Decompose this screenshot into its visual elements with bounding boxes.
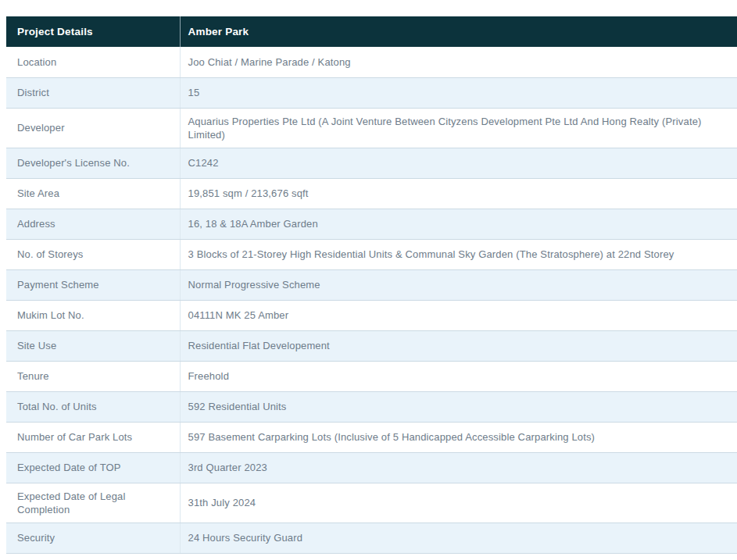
row-value: 24 Hours Security Guard	[180, 523, 737, 553]
row-value: Residential Flat Developement	[180, 330, 737, 361]
row-label: Expected Date of TOP	[6, 452, 180, 483]
row-value: Aquarius Properties Pte Ltd (A Joint Ven…	[180, 108, 737, 148]
row-value: Joo Chiat / Marine Parade / Katong	[180, 47, 737, 77]
row-value: 19,851 sqm / 213,676 sqft	[180, 178, 737, 209]
project-details-table-container: Project Details Amber Park LocationJoo C…	[6, 16, 737, 554]
table-row: Site UseResidential Flat Developement	[6, 330, 737, 361]
header-cell-project-details: Project Details	[6, 16, 180, 47]
table-row: Expected Date of TOP3rd Quarter 2023	[6, 452, 737, 483]
table-row: LocationJoo Chiat / Marine Parade / Kato…	[6, 47, 737, 77]
row-value: 15	[180, 77, 737, 108]
row-label: Developer's License No.	[6, 148, 180, 178]
table-row: Site Area19,851 sqm / 213,676 sqft	[6, 178, 737, 209]
table-row: Total No. of Units592 Residential Units	[6, 391, 737, 422]
row-value: 3 Blocks of 21-Storey High Residential U…	[180, 239, 737, 269]
row-label: Expected Date of Legal Completion	[6, 483, 180, 523]
row-label: Site Area	[6, 178, 180, 209]
row-label: Payment Scheme	[6, 269, 180, 300]
row-label: Site Use	[6, 330, 180, 361]
table-row: DeveloperAquarius Properties Pte Ltd (A …	[6, 108, 737, 148]
table-row: Developer's License No.C1242	[6, 148, 737, 178]
row-label: District	[6, 77, 180, 108]
row-value: 16, 18 & 18A Amber Garden	[180, 209, 737, 239]
row-value: 592 Residential Units	[180, 391, 737, 422]
row-label: Security	[6, 523, 180, 553]
table-header: Project Details Amber Park	[6, 16, 737, 47]
table-row: Mukim Lot No.04111N MK 25 Amber	[6, 300, 737, 330]
table-row: Security24 Hours Security Guard	[6, 523, 737, 553]
row-value: 3rd Quarter 2023	[180, 452, 737, 483]
table-row: Expected Date of Legal Completion31th Ju…	[6, 483, 737, 523]
project-details-table: Project Details Amber Park LocationJoo C…	[6, 16, 737, 554]
row-value: 597 Basement Carparking Lots (Inclusive …	[180, 422, 737, 452]
project-table-body: LocationJoo Chiat / Marine Parade / Kato…	[6, 47, 737, 553]
row-label: Tenure	[6, 361, 180, 391]
row-label: Location	[6, 47, 180, 77]
row-value: C1242	[180, 148, 737, 178]
row-label: Number of Car Park Lots	[6, 422, 180, 452]
row-value: Freehold	[180, 361, 737, 391]
row-label: Address	[6, 209, 180, 239]
table-row: No. of Storeys3 Blocks of 21-Storey High…	[6, 239, 737, 269]
row-value: Normal Progressive Scheme	[180, 269, 737, 300]
table-row: Number of Car Park Lots597 Basement Carp…	[6, 422, 737, 452]
row-value: 31th July 2024	[180, 483, 737, 523]
header-row: Project Details Amber Park	[6, 16, 737, 47]
table-row: Address16, 18 & 18A Amber Garden	[6, 209, 737, 239]
row-value: 04111N MK 25 Amber	[180, 300, 737, 330]
row-label: No. of Storeys	[6, 239, 180, 269]
header-cell-project-name: Amber Park	[180, 16, 737, 47]
table-row: TenureFreehold	[6, 361, 737, 391]
table-row: Payment SchemeNormal Progressive Scheme	[6, 269, 737, 300]
row-label: Total No. of Units	[6, 391, 180, 422]
table-row: District15	[6, 77, 737, 108]
row-label: Mukim Lot No.	[6, 300, 180, 330]
row-label: Developer	[6, 108, 180, 148]
